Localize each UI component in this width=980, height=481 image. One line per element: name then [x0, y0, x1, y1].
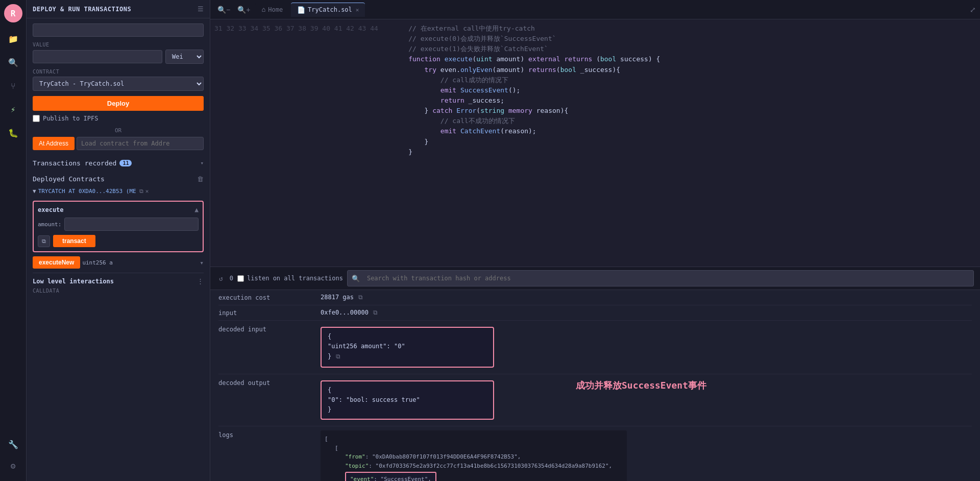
panel-header: DEPLOY & RUN TRANSACTIONS ☰ — [27, 0, 210, 18]
tab-home[interactable]: ⌂ Home — [255, 3, 289, 16]
decoded-input-key: decoded input — [218, 325, 321, 333]
input-row: input 0xfe0...00000 ⧉ — [218, 305, 972, 321]
execute-new-row: executeNew uint256 a ▾ — [33, 256, 204, 269]
value-row: 0 Wei Gwei Ether — [33, 50, 204, 64]
left-panel: DEPLOY & RUN TRANSACTIONS ☰ 3000000 VALU… — [27, 0, 210, 481]
decoded-output-content: { "0": "bool: success true" } — [328, 386, 487, 415]
transactions-recorded-section[interactable]: Transactions recorded 11 ▾ — [33, 156, 204, 170]
contract-select[interactable]: TryCatch - TryCatch.sol — [33, 77, 204, 91]
low-level-title: Low level interactions — [33, 278, 114, 285]
trash-icon[interactable]: 🗑 — [197, 175, 204, 183]
low-level-header[interactable]: Low level interactions ⋮ — [33, 277, 204, 285]
code-area: 31 32 33 34 35 36 37 38 39 40 41 42 43 4… — [210, 19, 980, 267]
value-input[interactable]: 0 — [33, 50, 162, 63]
zoom-in-button[interactable]: 🔍+ — [234, 4, 253, 16]
code-content: // 在external call中使用try-catch // execute… — [384, 19, 980, 267]
low-level-section: Low level interactions ⋮ CALLDATA — [33, 273, 204, 294]
deployed-item: ▼ TRYCATCH AT 0XDA0...42B53 (ME ⧉ ✕ — [33, 186, 204, 197]
input-key: input — [218, 308, 321, 317]
nav-plugin-icon[interactable]: 🔧 — [6, 437, 20, 451]
copy-execute-button[interactable]: ⧉ — [38, 235, 50, 247]
value-unit-select[interactable]: Wei Gwei Ether — [165, 50, 204, 64]
execution-cost-val: 28817 gas ⧉ — [321, 293, 972, 301]
decoded-input-val: { "uint256 amount": "0" } ⧉ — [321, 325, 972, 370]
deploy-button[interactable]: Deploy — [33, 96, 204, 111]
app-logo: R — [4, 4, 22, 22]
tab-trycatch[interactable]: 📄 TryCatch.sol ✕ — [291, 3, 365, 17]
deployed-chevron-icon: ▼ — [33, 188, 36, 195]
contract-group: CONTRACT TryCatch - TryCatch.sol — [33, 69, 204, 91]
tx-clear-icon[interactable]: ↺ — [216, 273, 226, 284]
value-group: VALUE 0 Wei Gwei Ether — [33, 42, 204, 64]
tx-detail-table: execution cost 28817 gas ⧉ input 0xfe0..… — [210, 290, 980, 481]
value-label: VALUE — [33, 42, 204, 47]
listen-all-label: listen on all transactions — [247, 275, 343, 282]
transact-button[interactable]: transact — [53, 235, 95, 247]
icon-bar: R 📁 🔍 ⑂ ⚡ 🐛 🔧 ⚙ — [0, 0, 27, 481]
decoded-input-box: { "uint256 amount": "0" } ⧉ — [321, 327, 494, 368]
zoom-controls: 🔍− 🔍+ — [214, 4, 253, 16]
decoded-output-box: { "0": "bool: success true" } — [321, 380, 494, 420]
address-input[interactable] — [77, 137, 204, 150]
execution-cost-key: execution cost — [218, 293, 321, 301]
tx-search-input[interactable] — [363, 272, 969, 284]
logs-row: logs [ [ "from": "0xDA0bab8070f107f013f9… — [218, 426, 972, 481]
copy-execution-cost-icon[interactable]: ⧉ — [357, 293, 364, 301]
home-tab-icon: ⌂ — [261, 6, 265, 13]
nav-deploy-icon[interactable]: ⚡ — [6, 102, 20, 116]
nav-debug-icon[interactable]: 🐛 — [6, 126, 20, 140]
logs-content: [ [ "from": "0xDA0bab8070f107f013f94DD0E… — [321, 430, 627, 481]
gas-limit-input[interactable]: 3000000 — [33, 23, 204, 37]
line-numbers: 31 32 33 34 35 36 37 38 39 40 41 42 43 4… — [210, 19, 384, 267]
publish-ipfs-label: Publish to IPFS — [43, 115, 98, 122]
transactions-chevron-icon: ▾ — [200, 160, 204, 166]
copy-deployed-icon[interactable]: ⧉ — [139, 188, 143, 195]
close-tab-icon[interactable]: ✕ — [356, 7, 359, 13]
execute-new-button[interactable]: executeNew — [33, 256, 80, 269]
listen-all-checkbox[interactable] — [237, 275, 244, 282]
transactions-recorded-label: Transactions recorded — [33, 159, 116, 167]
execute-chevron-icon: ▲ — [194, 206, 199, 213]
input-val: 0xfe0...00000 ⧉ — [321, 308, 972, 317]
nav-git-icon[interactable]: ⑂ — [6, 79, 20, 93]
execute-new-type: uint256 a — [82, 259, 198, 266]
execute-box: execute ▲ amount: "0" ⧉ transact — [33, 201, 204, 252]
nav-search-icon[interactable]: 🔍 — [6, 55, 20, 69]
amount-input[interactable]: "0" — [64, 218, 199, 231]
execute-action-row: ⧉ transact — [38, 235, 199, 247]
zoom-out-button[interactable]: 🔍− — [214, 4, 233, 16]
execute-title: execute — [38, 206, 64, 213]
contract-row: TryCatch - TryCatch.sol — [33, 77, 204, 91]
bottom-panel: ↺ 0 listen on all transactions 🔍 executi… — [210, 267, 980, 481]
decoded-output-row: decoded output { "0": "bool: success tru… — [218, 374, 972, 427]
execute-new-chevron-icon: ▾ — [200, 259, 204, 267]
decoded-output-val: { "0": "bool: success true" } — [321, 378, 972, 422]
right-area: 🔍− 🔍+ ⌂ Home 📄 TryCatch.sol ✕ ⤢ 31 32 33… — [210, 0, 980, 481]
low-level-more-icon[interactable]: ⋮ — [197, 277, 204, 285]
panel-title: DEPLOY & RUN TRANSACTIONS — [33, 6, 131, 13]
close-deployed-icon[interactable]: ✕ — [145, 188, 149, 195]
publish-ipfs-checkbox[interactable] — [33, 115, 40, 122]
copy-decoded-input-icon[interactable]: ⧉ — [334, 351, 342, 362]
deployed-contracts-header[interactable]: Deployed Contracts 🗑 — [33, 172, 204, 186]
tab-home-label: Home — [268, 6, 283, 13]
deployed-contracts-label: Deployed Contracts — [33, 175, 105, 183]
execution-cost-row: execution cost 28817 gas ⧉ — [218, 290, 972, 305]
execute-header: execute ▲ — [38, 206, 199, 213]
copy-input-icon[interactable]: ⧉ — [372, 308, 379, 317]
deployed-item-name: TRYCATCH AT 0XDA0...42B53 (ME — [38, 188, 136, 195]
nav-settings-icon[interactable]: ⚙ — [6, 459, 20, 473]
at-address-button[interactable]: At Address — [33, 137, 75, 150]
tx-toolbar: ↺ 0 listen on all transactions 🔍 — [210, 267, 980, 290]
gas-limit-group: 3000000 — [33, 23, 204, 37]
maximize-icon[interactable]: ⤢ — [970, 6, 976, 14]
calldata-label: CALLDATA — [33, 288, 204, 294]
publish-ipfs-row: Publish to IPFS — [33, 115, 204, 122]
tx-search-box: 🔍 — [347, 270, 974, 286]
nav-files-icon[interactable]: 📁 — [6, 32, 20, 46]
tx-listen-row: listen on all transactions — [237, 275, 343, 282]
decoded-input-row: decoded input { "uint256 amount": "0" } … — [218, 321, 972, 374]
panel-menu-icon[interactable]: ☰ — [198, 5, 204, 13]
logs-val: [ [ "from": "0xDA0bab8070f107f013f94DD0E… — [321, 430, 972, 481]
or-divider: OR — [33, 127, 204, 134]
